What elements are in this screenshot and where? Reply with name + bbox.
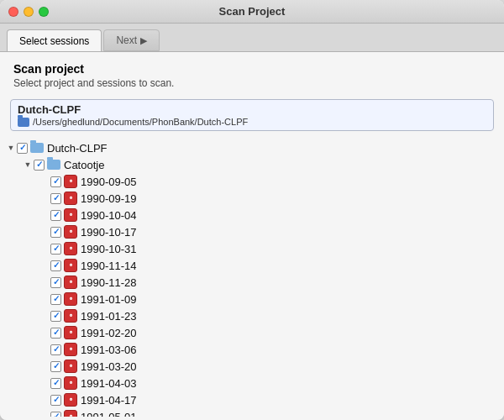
checkbox-s12[interactable]: ✓ xyxy=(50,378,61,389)
tree-row-session-9[interactable]: ✓ ⚬ 1991-02-20 xyxy=(0,324,504,341)
checkbox-s2[interactable]: ✓ xyxy=(50,210,61,221)
tree-row-session-3[interactable]: ✓ ⚬ 1990-10-17 xyxy=(0,223,504,240)
checkbox-s14[interactable]: ✓ xyxy=(50,412,61,417)
checkbox-s11[interactable]: ✓ xyxy=(50,361,61,372)
checkbox-s6[interactable]: ✓ xyxy=(50,277,61,288)
tree-row-session-7[interactable]: ✓ ⚬ 1991-01-09 xyxy=(0,291,504,307)
title-bar: Scan Project xyxy=(0,0,504,24)
tree-row-session-5[interactable]: ✓ ⚬ 1990-11-14 xyxy=(0,257,504,274)
session-icon-0: ⚬ xyxy=(64,175,77,188)
next-chevron-icon: ▶ xyxy=(140,35,147,46)
tree-label-catootje: Catootje xyxy=(64,159,104,171)
tree-row-session-14[interactable]: ✓ ⚬ 1991-05-01 xyxy=(0,408,504,417)
session-label-9: 1991-02-20 xyxy=(81,327,137,339)
tree-row-catootje[interactable]: ▼ ✓ Catootje xyxy=(0,156,504,173)
session-label-0: 1990-09-05 xyxy=(81,176,137,188)
tab-select-sessions[interactable]: Select sessions xyxy=(7,29,102,51)
checkbox-s4[interactable]: ✓ xyxy=(50,244,61,255)
tree-row-session-8[interactable]: ✓ ⚬ 1991-01-23 xyxy=(0,307,504,324)
maximize-button[interactable] xyxy=(39,7,49,17)
section-header: Scan project Select project and sessions… xyxy=(0,52,504,94)
checkbox-s1[interactable]: ✓ xyxy=(50,193,61,204)
checkbox-s0[interactable]: ✓ xyxy=(50,176,61,187)
project-path: /Users/ghedlund/Documents/PhonBank/Dutch… xyxy=(18,117,486,127)
tree-label-root: Dutch-CLPF xyxy=(47,142,108,155)
tree-row-session-1[interactable]: ✓ ⚬ 1990-09-19 xyxy=(0,190,504,207)
checkbox-s10[interactable]: ✓ xyxy=(50,344,61,355)
session-icon-12: ⚬ xyxy=(64,376,77,390)
checkbox-s8[interactable]: ✓ xyxy=(50,311,61,322)
window-title: Scan Project xyxy=(219,5,286,18)
session-label-3: 1990-10-17 xyxy=(81,226,137,239)
content-area: Scan project Select project and sessions… xyxy=(0,52,504,420)
project-name: Dutch-CLPF xyxy=(18,103,486,116)
tree-row-root[interactable]: ▼ ✓ Dutch-CLPF xyxy=(0,139,504,156)
session-label-1: 1990-09-19 xyxy=(81,192,137,205)
session-label-8: 1991-01-23 xyxy=(81,310,137,323)
session-icon-6: ⚬ xyxy=(64,276,77,289)
tree-row-session-12[interactable]: ✓ ⚬ 1991-04-03 xyxy=(0,375,504,391)
session-label-13: 1991-04-17 xyxy=(81,394,137,407)
tree-row-session-13[interactable]: ✓ ⚬ 1991-04-17 xyxy=(0,391,504,408)
folder-catootje-icon xyxy=(47,160,60,170)
project-box[interactable]: Dutch-CLPF /Users/ghedlund/Documents/Pho… xyxy=(10,99,494,131)
checkbox-s7[interactable]: ✓ xyxy=(50,294,61,305)
session-icon-13: ⚬ xyxy=(64,393,77,407)
checkbox-root[interactable]: ✓ xyxy=(17,143,28,154)
checkbox-s13[interactable]: ✓ xyxy=(50,395,61,406)
session-label-6: 1990-11-28 xyxy=(81,276,137,289)
tree-row-session-0[interactable]: ✓ ⚬ 1990-09-05 xyxy=(0,173,504,190)
checkbox-s5[interactable]: ✓ xyxy=(50,260,61,271)
session-icon-3: ⚬ xyxy=(64,225,77,239)
tree-container[interactable]: ▼ ✓ Dutch-CLPF ▼ ✓ Catootje ✓ xyxy=(0,139,504,417)
session-label-14: 1991-05-01 xyxy=(81,411,137,417)
session-icon-4: ⚬ xyxy=(64,242,77,255)
tab-next[interactable]: Next ▶ xyxy=(103,29,160,51)
session-icon-2: ⚬ xyxy=(64,208,77,222)
project-path-text: /Users/ghedlund/Documents/PhonBank/Dutch… xyxy=(33,117,248,127)
disclosure-catootje[interactable]: ▼ xyxy=(22,159,34,171)
folder-root-icon xyxy=(30,143,44,153)
session-icon-14: ⚬ xyxy=(64,410,77,417)
check-icon-catootje: ✓ xyxy=(36,160,43,169)
session-label-11: 1991-03-20 xyxy=(81,360,137,373)
section-title: Scan project xyxy=(13,62,491,76)
minimize-button[interactable] xyxy=(24,7,34,17)
disclosure-root[interactable]: ▼ xyxy=(5,142,17,154)
session-icon-7: ⚬ xyxy=(64,292,77,306)
section-subtitle: Select project and sessions to scan. xyxy=(13,77,491,89)
toolbar: Select sessions Next ▶ xyxy=(0,24,504,52)
check-icon: ✓ xyxy=(19,144,26,152)
close-button[interactable] xyxy=(8,7,18,17)
checkbox-s3[interactable]: ✓ xyxy=(50,227,61,238)
session-label-4: 1990-10-31 xyxy=(81,243,137,255)
session-icon-11: ⚬ xyxy=(64,360,77,373)
session-label-5: 1990-11-14 xyxy=(81,260,137,272)
session-label-12: 1991-04-03 xyxy=(81,377,137,390)
checkbox-catootje[interactable]: ✓ xyxy=(34,160,45,171)
session-icon-5: ⚬ xyxy=(64,259,77,272)
checkbox-s9[interactable]: ✓ xyxy=(50,328,61,339)
session-icon-8: ⚬ xyxy=(64,309,77,323)
session-label-2: 1990-10-04 xyxy=(81,209,137,222)
tab-select-sessions-label: Select sessions xyxy=(19,35,89,47)
main-window: Scan Project Select sessions Next ▶ Scan… xyxy=(0,0,504,420)
window-controls xyxy=(8,7,49,17)
session-label-10: 1991-03-06 xyxy=(81,344,137,356)
tree-row-session-6[interactable]: ✓ ⚬ 1990-11-28 xyxy=(0,274,504,291)
tree-row-session-4[interactable]: ✓ ⚬ 1990-10-31 xyxy=(0,240,504,257)
session-icon-9: ⚬ xyxy=(64,326,77,339)
folder-icon xyxy=(18,118,29,127)
session-icon-1: ⚬ xyxy=(64,192,77,205)
session-label-7: 1991-01-09 xyxy=(81,293,137,306)
tab-next-label: Next xyxy=(116,34,137,46)
tree-row-session-10[interactable]: ✓ ⚬ 1991-03-06 xyxy=(0,341,504,358)
tree-row-session-2[interactable]: ✓ ⚬ 1990-10-04 xyxy=(0,207,504,223)
tree-row-session-11[interactable]: ✓ ⚬ 1991-03-20 xyxy=(0,358,504,375)
session-icon-10: ⚬ xyxy=(64,343,77,356)
